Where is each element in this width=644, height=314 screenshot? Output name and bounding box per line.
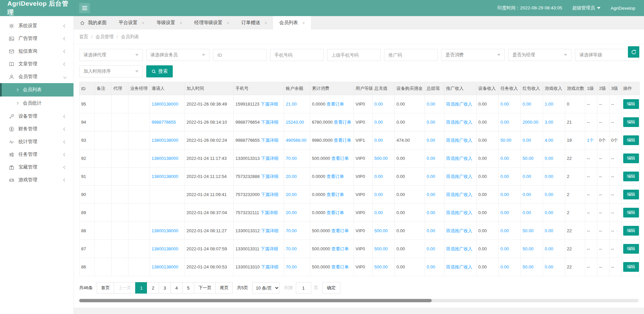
red_income-link[interactable]: 0.00: [523, 210, 531, 215]
red_income-link[interactable]: 0.00: [523, 102, 531, 107]
edit-button[interactable]: 编辑: [623, 190, 639, 199]
withdraw-link[interactable]: 0.00: [427, 174, 435, 179]
page-number-4[interactable]: 4: [170, 282, 182, 294]
sidebar-subitem-member-list[interactable]: 会员列表: [0, 83, 73, 97]
red_income-link[interactable]: 50.00: [523, 264, 534, 269]
recharge-link[interactable]: 500.00: [374, 264, 388, 269]
edit-button[interactable]: 编辑: [623, 226, 639, 236]
inviter-link[interactable]: 13800138000: [152, 228, 178, 233]
is-manager-select[interactable]: 是否为经理: [508, 49, 572, 61]
task_income-link[interactable]: 0.00: [500, 246, 509, 251]
sidebar-item-device-management[interactable]: 设备管理: [0, 110, 73, 123]
task_income-link[interactable]: 0.00: [500, 228, 509, 233]
red_income-link[interactable]: 0.00: [523, 192, 531, 197]
inviter-link[interactable]: 13800138000: [152, 156, 178, 161]
salesman-select[interactable]: 请选择业务员: [146, 49, 210, 61]
withdraw-link[interactable]: 0.00: [427, 120, 435, 125]
task_income-link[interactable]: 50.00: [500, 138, 512, 143]
game_income-link[interactable]: 0.00: [545, 210, 553, 215]
inviter-link[interactable]: 13800138000: [152, 174, 178, 179]
task_income-link[interactable]: 0.00: [500, 210, 509, 215]
withdraw-link[interactable]: 0.00: [427, 192, 435, 197]
task_income-link[interactable]: 0.00: [500, 192, 509, 197]
game_income-link[interactable]: 0.00: [545, 156, 553, 161]
promo-income-link[interactable]: 筛选推广收入: [446, 156, 472, 161]
inviter-link[interactable]: 13800138000: [152, 102, 178, 107]
page-number-1[interactable]: 1: [135, 282, 147, 294]
tab-platform-settings[interactable]: 平台设置×: [113, 16, 151, 29]
balance-link[interactable]: 15243.00: [286, 120, 304, 125]
game_income-link[interactable]: 0.00: [545, 264, 553, 269]
withdraw-link[interactable]: 0.00: [427, 156, 435, 161]
page-first-button[interactable]: 首页: [97, 282, 114, 294]
balance-link[interactable]: 20.00: [286, 210, 297, 215]
username[interactable]: AgriDevelop: [610, 6, 635, 11]
red_income-link[interactable]: 50.00: [523, 246, 534, 251]
game_income-link[interactable]: 0.00: [545, 246, 553, 251]
consume-detail-link[interactable]: 查看订单: [326, 174, 344, 179]
page-number-5[interactable]: 5: [182, 282, 194, 294]
tab-order-gift[interactable]: 订单赠送×: [235, 16, 273, 29]
balance-link[interactable]: 70.00: [286, 246, 297, 251]
edit-button[interactable]: 编辑: [623, 244, 639, 254]
task_income-link[interactable]: 0.00: [500, 264, 509, 269]
withdraw-link[interactable]: 0.00: [427, 228, 435, 233]
phone-input[interactable]: [270, 49, 324, 61]
edit-button[interactable]: 编辑: [623, 262, 639, 272]
search-button[interactable]: 搜索: [146, 65, 173, 77]
promo-code-input[interactable]: [384, 49, 438, 61]
phone-detail-link[interactable]: 下属详细: [261, 156, 278, 161]
close-icon[interactable]: ×: [227, 20, 229, 25]
edit-button[interactable]: 编辑: [623, 208, 639, 217]
goto-page-input[interactable]: [296, 282, 311, 294]
game_income-link[interactable]: 0.00: [545, 228, 553, 233]
task_income-link[interactable]: 0.00: [500, 120, 509, 125]
balance-link[interactable]: 70.00: [286, 264, 297, 269]
consume-detail-link[interactable]: 查看订单: [331, 156, 349, 161]
phone-detail-link[interactable]: 下属详细: [261, 246, 278, 251]
game_income-link[interactable]: 0.00: [545, 174, 553, 179]
parent-phone-input[interactable]: [327, 49, 381, 61]
recharge-link[interactable]: 500.00: [374, 246, 388, 251]
per-page-select[interactable]: 10 条/页: [252, 282, 280, 294]
edit-button[interactable]: 编辑: [623, 117, 639, 127]
promo-income-link[interactable]: 筛选推广收入: [446, 228, 472, 233]
refresh-button[interactable]: [628, 46, 639, 58]
sidebar-item-article-management[interactable]: 文章管理: [0, 58, 73, 70]
close-icon[interactable]: ×: [180, 20, 182, 25]
red_income-link[interactable]: 50.00: [523, 156, 534, 161]
sidebar-item-game-management[interactable]: 游戏管理: [0, 174, 73, 186]
promo-income-link[interactable]: 筛选推广收入: [446, 210, 472, 215]
recharge-link[interactable]: 0.00: [374, 138, 383, 143]
horizontal-scrollbar[interactable]: [79, 299, 639, 302]
promo-income-link[interactable]: 筛选推广收入: [446, 120, 472, 125]
withdraw-link[interactable]: 0.00: [427, 246, 435, 251]
balance-link[interactable]: 70.00: [286, 228, 297, 233]
recharge-link[interactable]: 0.00: [374, 192, 383, 197]
page-next-button[interactable]: 下一页: [194, 282, 216, 294]
breadcrumb-member-management[interactable]: 会员管理: [96, 34, 114, 40]
consume-detail-link[interactable]: 查看订单: [331, 264, 349, 269]
withdraw-link[interactable]: 0.00: [427, 210, 435, 215]
recharge-link[interactable]: 0.00: [374, 210, 383, 215]
sidebar-item-treasure-management[interactable]: 宝藏管理: [0, 161, 73, 174]
breadcrumb-home[interactable]: 首页: [79, 34, 88, 40]
phone-detail-link[interactable]: 下属详细: [260, 210, 278, 215]
id-input[interactable]: [213, 49, 267, 61]
game_income-link[interactable]: 3.00: [545, 120, 553, 125]
phone-detail-link[interactable]: 下属详细: [261, 138, 278, 143]
hamburger-menu-icon[interactable]: [79, 3, 90, 13]
promo-income-link[interactable]: 筛选推广收入: [446, 264, 472, 269]
page-number-3[interactable]: 3: [159, 282, 171, 294]
edit-button[interactable]: 编辑: [623, 172, 639, 181]
task_income-link[interactable]: 0.00: [500, 102, 509, 107]
sidebar-item-finance-management[interactable]: 财务管理: [0, 123, 73, 135]
withdraw-link[interactable]: 0.00: [427, 102, 435, 107]
consume-detail-link[interactable]: 查看订单: [334, 138, 351, 143]
consume-detail-link[interactable]: 查看订单: [331, 246, 349, 251]
recharge-link[interactable]: 0.00: [374, 174, 383, 179]
balance-link[interactable]: 21.00: [286, 102, 297, 107]
page-number-2[interactable]: 2: [147, 282, 159, 294]
game_income-link[interactable]: 4.00: [545, 138, 553, 143]
withdraw-link[interactable]: 0.00: [427, 264, 435, 269]
